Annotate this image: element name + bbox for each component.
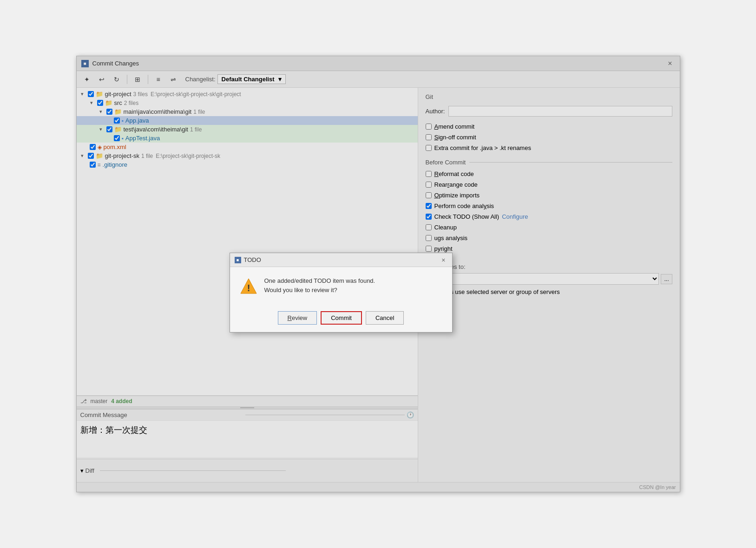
warning-icon: !	[239, 277, 258, 300]
modal-overlay: ■ TODO × ! One added/edited TODO item wa…	[77, 56, 680, 492]
commit-button[interactable]: Commit	[321, 311, 362, 325]
svg-text:!: !	[247, 283, 250, 293]
todo-modal: ■ TODO × ! One added/edited TODO item wa…	[230, 253, 453, 333]
commit-changes-window: ■ Commit Changes × ✦ ↩ ↻ ⊞ ≡ ⇌ Changelis…	[76, 56, 680, 492]
review-button[interactable]: Review	[278, 311, 317, 325]
cancel-button[interactable]: Cancel	[366, 311, 404, 325]
modal-message-line2: Would you like to review it?	[264, 286, 375, 295]
modal-message-line1: One added/edited TODO item was found.	[264, 276, 375, 286]
modal-title-icon: ■	[235, 257, 241, 263]
modal-close-button[interactable]: ×	[440, 255, 447, 265]
modal-title-text: TODO	[244, 256, 261, 263]
modal-body: ! One added/edited TODO item was found. …	[230, 267, 452, 307]
modal-title-bar: ■ TODO ×	[230, 253, 452, 267]
modal-message: One added/edited TODO item was found. Wo…	[264, 276, 375, 294]
modal-title-left: ■ TODO	[235, 256, 261, 263]
modal-buttons: Review Commit Cancel	[230, 307, 452, 332]
